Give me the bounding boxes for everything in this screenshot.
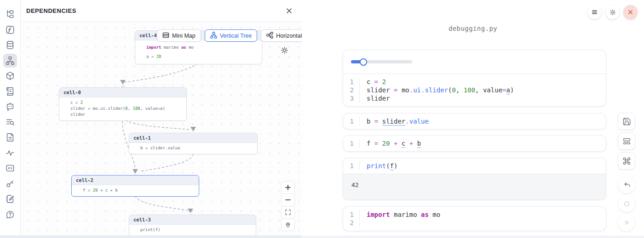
line-number: 3	[343, 94, 360, 102]
code-line: c = 2	[63, 100, 182, 106]
code-line: import marimo as mo	[139, 43, 258, 52]
code-editor[interactable]: 1b = slider.value	[343, 113, 606, 129]
code-line: print(f)	[133, 227, 252, 233]
graph-cell-label: cell-0	[59, 88, 186, 97]
slider-output	[343, 50, 606, 74]
horizontal-tree-icon	[266, 32, 273, 40]
close-panel-icon[interactable]	[283, 6, 294, 17]
location-pin-icon	[285, 221, 291, 228]
play-icon	[623, 219, 631, 227]
center-location-button[interactable]	[281, 218, 295, 231]
snippets-file-icon[interactable]	[3, 130, 17, 144]
mini-map-button[interactable]: Mini Map	[157, 29, 201, 42]
slider-widget[interactable]	[351, 60, 412, 63]
line-number: 2	[343, 219, 360, 227]
graph-cell-label: cell-3	[129, 215, 256, 225]
layout-button[interactable]	[618, 132, 635, 150]
code-line: 1c = 2	[343, 78, 606, 86]
horizontal-tree-label: Horizontal Tree	[276, 33, 302, 39]
help-bubble-icon[interactable]	[3, 208, 17, 221]
panel-title: DEPENDENCIES	[26, 7, 76, 14]
code-line: slider	[63, 112, 182, 118]
cell-f[interactable]: 1f = 20 + c + b	[343, 135, 606, 152]
zoom-controls	[281, 181, 295, 231]
line-number: 1	[343, 162, 360, 170]
code-line: 3slider	[343, 94, 606, 102]
code-line: a = 20	[139, 52, 258, 61]
code-editor[interactable]: 1c = 22slider = mo.ui.slider(0, 100, val…	[343, 74, 606, 106]
cell-slider[interactable]: 1c = 22slider = mo.ui.slider(0, 100, val…	[343, 50, 606, 107]
graph-cell-code: import marimo as moa = 20	[135, 40, 262, 64]
code-line: slider = mo.ui.slider(0, 100, value=a)	[63, 106, 182, 112]
plus-icon	[285, 184, 291, 191]
tracing-pulse-icon[interactable]	[3, 146, 17, 160]
graph-cell-code: b = slider.value	[129, 143, 257, 154]
code-editor[interactable]: 1import marimo as mo2	[343, 207, 606, 231]
graph-cell-2[interactable]: cell-2 f = 20 + c + b	[71, 175, 199, 197]
graph-cell-code: print(f)	[129, 225, 256, 236]
undo-icon	[623, 181, 631, 189]
horizontal-tree-button[interactable]: Horizontal Tree	[261, 29, 302, 42]
stop-button[interactable]	[618, 195, 635, 212]
cell-b[interactable]: 1b = slider.value	[343, 113, 606, 130]
package-cube-icon[interactable]	[3, 69, 17, 83]
command-palette-button[interactable]	[618, 152, 635, 170]
graph-cell-code: c = 2slider = mo.ui.slider(0, 100, value…	[59, 97, 186, 120]
activity-rail	[0, 0, 21, 238]
horizontal-scrollbar-right[interactable]	[302, 236, 644, 238]
hamburger-menu-icon	[591, 9, 598, 16]
line-number: 2	[343, 86, 360, 94]
line-number: 1	[343, 78, 360, 86]
notebook-pen-icon[interactable]	[3, 192, 17, 206]
file-tree-icon[interactable]	[3, 7, 17, 21]
slider-thumb[interactable]	[360, 58, 367, 66]
code-editor[interactable]: 1f = 20 + c + b	[343, 136, 606, 151]
dependency-graph-icon[interactable]	[3, 54, 17, 68]
notebook-filename: debugging.py	[302, 25, 644, 32]
graph-settings-gear-icon[interactable]	[280, 46, 289, 57]
horizontal-scrollbar-left[interactable]	[0, 235, 302, 238]
cell-import[interactable]: 1import marimo as mo2	[343, 206, 606, 231]
vertical-tree-label: Vertical Tree	[220, 33, 252, 39]
run-button[interactable]	[618, 214, 635, 231]
graph-cell-1[interactable]: cell-1 b = slider.value	[129, 133, 258, 154]
marimo-app: DEPENDENCIES	[0, 0, 644, 238]
graph-cell-label: cell-1	[129, 133, 257, 143]
stop-square-icon	[623, 200, 631, 208]
zoom-in-button[interactable]	[281, 181, 295, 194]
code-line: 1import marimo as mo	[343, 210, 606, 219]
graph-cell-0[interactable]: cell-0 c = 2slider = mo.ui.slider(0, 100…	[59, 87, 187, 121]
vertical-tree-button[interactable]: Vertical Tree	[205, 29, 257, 42]
graph-cell-3[interactable]: cell-3 print(f)	[129, 215, 256, 236]
notebook-side-toolbar	[618, 113, 635, 232]
code-editor[interactable]: 1print(f)	[343, 158, 606, 174]
zoom-out-button[interactable]	[281, 193, 295, 206]
ai-chat-icon[interactable]	[3, 100, 17, 113]
code-line: 1f = 20 + c + b	[343, 139, 606, 147]
dependencies-panel: DEPENDENCIES	[21, 0, 302, 238]
database-icon[interactable]	[3, 38, 17, 52]
notebook-menu-button[interactable]	[587, 5, 602, 19]
save-button[interactable]	[618, 113, 635, 130]
notebook-panel: debugging.py 1c = 22slider = mo.ui.slide…	[302, 0, 644, 238]
secrets-key-icon[interactable]	[3, 177, 17, 191]
cell-print[interactable]: 1print(f) 42	[343, 158, 606, 200]
notebook-cells: 1c = 22slider = mo.ui.slider(0, 100, val…	[343, 50, 606, 231]
close-x-icon	[627, 9, 633, 15]
notebook-settings-button[interactable]	[605, 5, 620, 19]
function-icon[interactable]	[3, 23, 17, 37]
code-line: 1print(f)	[343, 162, 606, 170]
code-line: b = slider.value	[133, 145, 253, 151]
dependencies-header: DEPENDENCIES	[21, 0, 302, 22]
dependency-graph-canvas[interactable]: cell-4 import marimo as moa = 20 cell-0 …	[21, 22, 302, 238]
scroll-doc-icon[interactable]	[3, 85, 17, 98]
code-scratchpad-icon[interactable]	[3, 161, 17, 175]
layout-panels-icon	[622, 137, 631, 146]
save-icon	[622, 117, 631, 126]
shutdown-button[interactable]	[623, 5, 638, 19]
log-search-icon[interactable]	[3, 115, 17, 129]
mini-map-icon	[162, 32, 169, 40]
undo-button[interactable]	[618, 176, 635, 193]
gear-icon	[609, 9, 616, 16]
fit-view-button[interactable]	[281, 206, 295, 219]
